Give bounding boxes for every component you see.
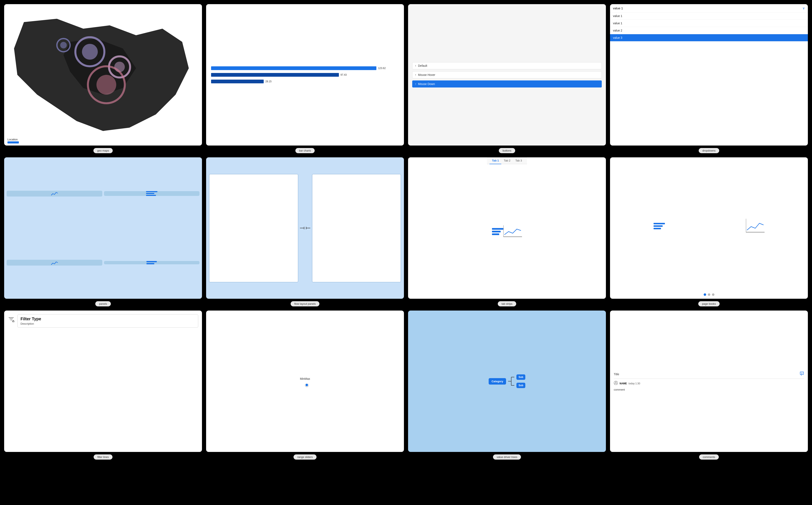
- panel-lines-right: [146, 191, 158, 196]
- pb-bars: [653, 223, 665, 229]
- cell-buttons: ↑ Default ↑ Mouse Hover ↑ Mouse Down but…: [408, 4, 606, 153]
- tab-strips-label: tab strips: [498, 301, 516, 306]
- bar-fill-2: [211, 73, 339, 77]
- bar-fill-1: [211, 66, 376, 70]
- dropdown-card: value 1 ∨ value 1 value 1 value 2 value …: [610, 4, 808, 146]
- bar-charts-label: bar charts: [295, 148, 315, 153]
- flow-panels-label: flow layout panels: [291, 301, 319, 306]
- cell-comments: Title NAME t: [610, 311, 808, 460]
- panels-label: panels: [95, 301, 110, 306]
- line-chart-icon-1: [51, 191, 58, 196]
- cell-dropdowns: value 1 ∨ value 1 value 1 value 2 value …: [610, 4, 808, 153]
- page-dot-2[interactable]: [708, 293, 710, 296]
- dropdowns-label: dropdowns: [699, 148, 720, 153]
- page-dots: [704, 293, 715, 296]
- buttons-label: buttons: [499, 148, 515, 153]
- cell-page-books: page books: [610, 157, 808, 306]
- tab-3[interactable]: Tab 3: [513, 157, 525, 164]
- slider-thumb-right[interactable]: [305, 383, 308, 387]
- button-down[interactable]: ↑ Mouse Down: [412, 80, 602, 88]
- panel-line-b1: [147, 261, 157, 262]
- comment-header: Title: [614, 371, 804, 379]
- vdt-sub-node-1: Sub: [516, 374, 525, 380]
- button-hover[interactable]: ↑ Mouse Hover: [412, 71, 602, 78]
- dropdown-option-3[interactable]: value 2: [610, 27, 808, 34]
- filter-svg-icon: +: [8, 316, 14, 322]
- dropdown-option-2[interactable]: value 1: [610, 20, 808, 27]
- upload-icon-hover: ↑: [415, 73, 417, 76]
- page-dot-3[interactable]: [712, 293, 715, 296]
- chevron-down-icon: ∨: [802, 6, 805, 10]
- pb-bar-2: [653, 225, 663, 227]
- bar-label-3: 28.15: [265, 80, 272, 83]
- panel-item-1: [7, 191, 102, 196]
- svg-point-6: [96, 75, 116, 95]
- filter-icon: +: [8, 314, 14, 324]
- vdt-connector-svg: [508, 374, 514, 388]
- range-sliders-card: Min Max: [206, 311, 404, 452]
- panel-item-2: [104, 191, 200, 196]
- comment-name: NAME: [619, 382, 627, 385]
- flow-panel-right: [312, 174, 401, 282]
- user-avatar-icon: [614, 381, 618, 385]
- dropdown-option-4[interactable]: value 3: [610, 34, 808, 41]
- main-grid: Location geo maps 123.62 97.43 28.15 bar…: [4, 4, 808, 460]
- buttons-card: ↑ Default ↑ Mouse Hover ↑ Mouse Down: [408, 4, 606, 146]
- bar-row-1: 123.62: [211, 66, 399, 70]
- map-location-label: Location: [7, 138, 18, 141]
- cell-filter-lines: + Filter Type Description filter lines: [4, 311, 202, 460]
- panels-card: [4, 157, 202, 299]
- svg-point-8: [60, 42, 67, 48]
- mini-bar-3: [492, 233, 499, 235]
- panel-item-3: [7, 260, 102, 266]
- button-default-label: Default: [418, 64, 427, 67]
- pb-bar-3: [653, 228, 661, 229]
- panel-line-2: [146, 193, 154, 194]
- upload-icon-down: ↑: [415, 82, 417, 86]
- slider-labels: Min Max: [300, 377, 310, 380]
- comment-avatar-icon: [614, 381, 618, 386]
- panel-line-1: [146, 191, 158, 192]
- bar-row-2: 97.43: [211, 73, 399, 77]
- comment-add-icon[interactable]: [800, 371, 804, 377]
- cell-tab-strips: Tab 1 Tab 2 Tab 3 tab strips: [408, 157, 606, 306]
- dropdown-option-1[interactable]: value 1: [610, 12, 808, 20]
- svg-point-2: [82, 44, 98, 59]
- panel-line-3: [146, 195, 156, 196]
- flow-panel-left: [209, 174, 298, 282]
- comments-card: Title NAME t: [610, 311, 808, 452]
- cell-geo-maps: Location geo maps: [4, 4, 202, 153]
- bar-fill-3: [211, 79, 264, 83]
- button-default[interactable]: ↑ Default: [412, 62, 602, 69]
- dropdown-header[interactable]: value 1 ∨: [610, 4, 808, 12]
- filter-text-box: Filter Type Description: [17, 314, 198, 328]
- tab-2[interactable]: Tab 2: [501, 157, 513, 164]
- filter-lines-card: + Filter Type Description: [4, 311, 202, 452]
- flow-panels-card: [206, 157, 404, 299]
- tab-1[interactable]: Tab 1: [490, 157, 501, 164]
- tab-mini-bars: [492, 228, 503, 235]
- cell-flow-panels: flow layout panels: [206, 157, 404, 306]
- pb-line-chart: [746, 219, 765, 233]
- comment-time: today 1:30: [628, 382, 640, 385]
- bar-label-1: 123.62: [378, 67, 386, 70]
- panel-line-b2: [147, 263, 154, 264]
- cell-vdt: Category Sub Sub value driver trees: [408, 311, 606, 460]
- dropdown-selected-label: value 1: [613, 6, 623, 10]
- svg-point-30: [615, 382, 616, 383]
- button-hover-label: Mouse Hover: [418, 73, 435, 76]
- map-svg: [4, 4, 202, 146]
- vdt-category-node: Category: [489, 378, 506, 384]
- vdt-layout: Category Sub Sub: [489, 374, 525, 388]
- bar-chart-card: 123.62 97.43 28.15: [206, 4, 404, 146]
- vdt-label: value driver trees: [493, 455, 521, 460]
- filter-description-text: Description: [20, 322, 195, 325]
- comment-text: comment: [614, 388, 804, 391]
- add-comment-icon: [800, 371, 804, 376]
- cell-panels: panels: [4, 157, 202, 306]
- tab-strips-card: Tab 1 Tab 2 Tab 3: [408, 157, 606, 299]
- page-dot-1[interactable]: [704, 293, 706, 296]
- flow-arrows-icon: [300, 226, 310, 230]
- pb-content: [613, 160, 805, 292]
- comment-title: Title: [614, 372, 619, 376]
